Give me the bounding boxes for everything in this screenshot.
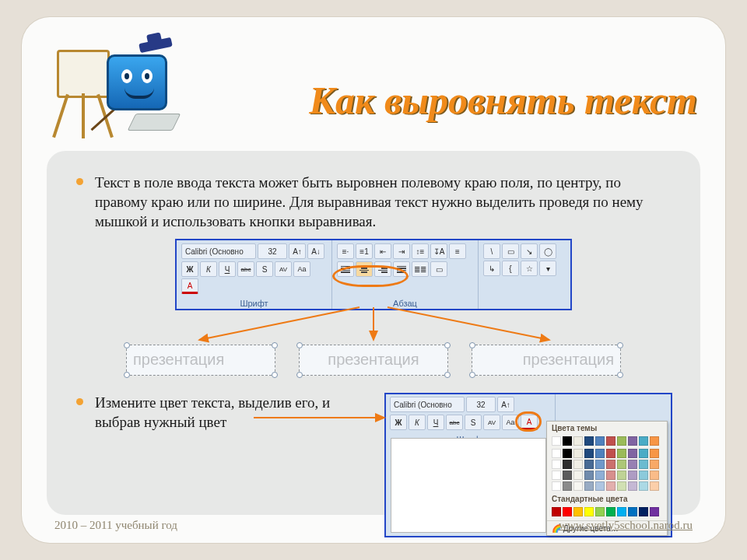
shape-arrow-icon[interactable]: ↘: [521, 243, 538, 259]
color-swatch[interactable]: [573, 449, 583, 458]
font-family-combo[interactable]: Calibri (Основно: [181, 243, 256, 259]
italic-2[interactable]: К: [409, 415, 426, 430]
color-swatch[interactable]: [628, 481, 637, 491]
color-swatch[interactable]: [650, 449, 659, 458]
underline-2[interactable]: Ч: [427, 415, 444, 430]
color-swatch[interactable]: [595, 460, 605, 469]
color-swatch[interactable]: [617, 481, 626, 491]
color-swatch[interactable]: [584, 436, 594, 446]
color-swatch[interactable]: [639, 449, 648, 458]
align-text-vert-button[interactable]: ≡: [449, 243, 466, 259]
increase-indent-button[interactable]: ⇥: [393, 243, 410, 259]
text-direction-button[interactable]: ↧A: [430, 243, 447, 259]
shape-rect-icon[interactable]: ▭: [502, 243, 519, 259]
color-swatch[interactable]: [606, 449, 615, 458]
color-swatch[interactable]: [617, 471, 626, 480]
color-swatch[interactable]: [617, 436, 626, 446]
shape-brace-icon[interactable]: {: [502, 261, 519, 276]
color-swatch[interactable]: [639, 460, 648, 469]
color-swatch[interactable]: [628, 471, 637, 480]
color-swatch[interactable]: [628, 507, 637, 516]
color-swatch[interactable]: [617, 460, 626, 469]
strike-button[interactable]: abc: [237, 261, 254, 277]
bullets-button[interactable]: ≡∙: [337, 243, 354, 259]
color-swatch[interactable]: [639, 481, 648, 491]
shadow-2[interactable]: S: [465, 415, 482, 430]
shadow-button[interactable]: S: [256, 261, 273, 277]
color-swatch[interactable]: [606, 436, 615, 446]
grow-font-2[interactable]: A↑: [497, 397, 514, 412]
spacing-2[interactable]: AV: [483, 415, 500, 430]
color-swatch[interactable]: [563, 449, 572, 458]
color-swatch[interactable]: [650, 507, 659, 516]
color-swatch[interactable]: [584, 481, 594, 491]
footer-link[interactable]: www.svetly5school.narod.ru: [559, 519, 693, 532]
color-swatch[interactable]: [563, 460, 572, 469]
decrease-indent-button[interactable]: ⇤: [374, 243, 391, 259]
change-case-button[interactable]: Aa: [293, 261, 310, 277]
color-swatch[interactable]: [563, 481, 572, 491]
color-swatch[interactable]: [563, 507, 572, 516]
shape-line-icon[interactable]: \: [483, 243, 500, 259]
color-swatch[interactable]: [595, 507, 605, 516]
line-spacing-button[interactable]: ↕≡: [412, 243, 429, 259]
color-swatch[interactable]: [552, 471, 561, 480]
color-swatch[interactable]: [552, 436, 561, 446]
color-swatch[interactable]: [628, 460, 637, 469]
color-swatch[interactable]: [584, 471, 594, 480]
color-swatch[interactable]: [552, 449, 561, 458]
font-size-combo[interactable]: 32: [258, 243, 287, 259]
char-spacing-button[interactable]: AV: [275, 261, 292, 277]
color-swatch[interactable]: [563, 471, 572, 480]
color-swatch[interactable]: [595, 436, 605, 446]
color-swatch[interactable]: [595, 481, 605, 491]
color-swatch[interactable]: [628, 436, 637, 446]
grow-font-button[interactable]: A↑: [289, 243, 306, 259]
color-swatch[interactable]: [573, 471, 583, 480]
color-swatch[interactable]: [617, 507, 626, 516]
color-swatch[interactable]: [650, 481, 659, 491]
color-swatch[interactable]: [606, 481, 615, 491]
color-swatch[interactable]: [650, 436, 659, 446]
smartart-button[interactable]: ▭: [430, 261, 447, 277]
color-swatch[interactable]: [628, 449, 637, 458]
shape-elbow-icon[interactable]: ↳: [483, 261, 500, 276]
color-swatch[interactable]: [584, 460, 594, 469]
shrink-font-button[interactable]: A↓: [307, 243, 324, 259]
color-swatch[interactable]: [573, 460, 583, 469]
color-swatch[interactable]: [606, 471, 615, 480]
color-swatch[interactable]: [552, 460, 561, 469]
color-swatch[interactable]: [552, 507, 561, 516]
color-swatch[interactable]: [617, 449, 626, 458]
color-swatch[interactable]: [573, 436, 583, 446]
color-swatch[interactable]: [595, 449, 605, 458]
shape-oval-icon[interactable]: ◯: [539, 243, 556, 259]
shape-star-icon[interactable]: ☆: [521, 261, 538, 276]
color-swatch[interactable]: [584, 449, 594, 458]
color-swatch[interactable]: [639, 436, 648, 446]
color-swatch[interactable]: [606, 460, 615, 469]
color-swatch[interactable]: [573, 481, 583, 491]
color-swatch[interactable]: [639, 507, 648, 516]
color-swatch[interactable]: [573, 507, 583, 516]
color-swatch[interactable]: [650, 471, 659, 480]
font-family-combo-2[interactable]: Calibri (Основно: [390, 397, 465, 412]
underline-button[interactable]: Ч: [219, 261, 236, 277]
color-swatch[interactable]: [639, 471, 648, 480]
italic-button[interactable]: К: [200, 261, 217, 277]
color-swatch[interactable]: [584, 507, 594, 516]
strike-2[interactable]: abc: [446, 415, 463, 430]
color-swatch[interactable]: [650, 460, 659, 469]
color-swatch[interactable]: [606, 507, 615, 516]
bold-button[interactable]: Ж: [181, 261, 198, 277]
color-swatch[interactable]: [595, 471, 605, 480]
numbering-button[interactable]: ≡1: [356, 243, 373, 259]
font-color-button[interactable]: A: [181, 278, 198, 294]
color-swatch[interactable]: [552, 481, 561, 491]
slide-title: Как выровнять текст: [309, 78, 697, 123]
columns-button[interactable]: ≣≣: [412, 261, 429, 277]
slide-body: Текст в поле ввода текста может быть выр…: [47, 151, 700, 515]
color-swatch[interactable]: [563, 436, 572, 446]
font-size-combo-2[interactable]: 32: [466, 397, 496, 412]
shape-more-icon[interactable]: ▾: [539, 261, 556, 276]
